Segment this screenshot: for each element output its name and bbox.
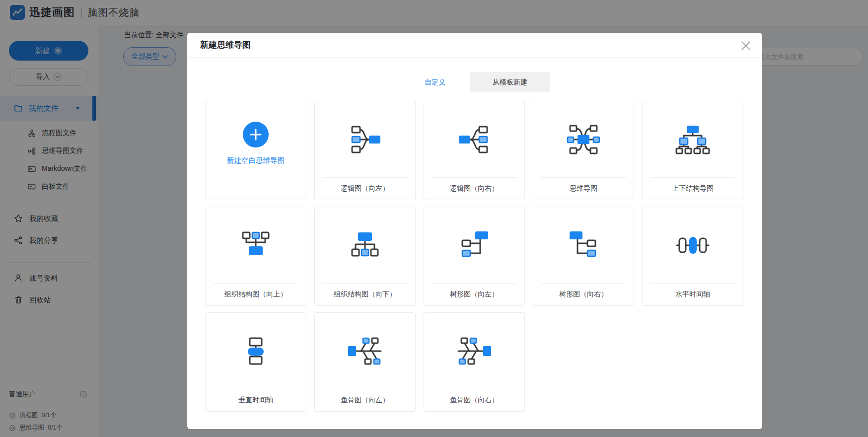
card-label: 组织结构图（向上） <box>206 284 306 305</box>
card-fishbone-left[interactable]: 鱼骨图（向左） <box>314 312 416 412</box>
card-fishbone-right[interactable]: 鱼骨图（向右） <box>424 312 525 412</box>
card-label: 鱼骨图（向左） <box>315 389 415 411</box>
card-label: 鱼骨图（向右） <box>424 389 524 411</box>
tab-label: 从模板新建 <box>493 78 527 87</box>
modal-title: 新建思维导图 <box>200 39 251 51</box>
fishbone-left-icon <box>315 313 415 389</box>
card-label: 垂直时间轴 <box>206 389 306 411</box>
card-logic-left[interactable]: 逻辑图（向左） <box>314 101 416 200</box>
card-tree-left[interactable]: 树形图（向左） <box>424 207 525 306</box>
tree-left-icon <box>424 207 524 284</box>
card-label: 上下结构导图 <box>643 178 743 200</box>
card-org-up[interactable]: 组织结构图（向上） <box>205 207 306 306</box>
tab-custom[interactable]: 自定义 <box>400 72 470 92</box>
logic-right-icon <box>424 101 524 178</box>
card-label: 逻辑图（向右） <box>424 178 524 200</box>
mindmap-icon <box>533 101 634 178</box>
tree-right-icon <box>533 207 634 284</box>
plus-circle-icon <box>243 122 269 147</box>
card-label: 树形图（向右） <box>533 284 634 305</box>
card-blank-mindmap[interactable]: 新建空白思维导图 <box>205 101 306 200</box>
org-up-icon <box>206 207 306 284</box>
card-tree-right[interactable]: 树形图（向右） <box>533 207 634 306</box>
modal-header: 新建思维导图 <box>187 33 762 58</box>
updown-structure-icon <box>643 101 743 178</box>
tab-from-template[interactable]: 从模板新建 <box>470 72 550 92</box>
card-label: 思维导图 <box>533 178 634 200</box>
card-mindmap[interactable]: 思维导图 <box>533 101 634 200</box>
fishbone-right-icon <box>424 313 524 389</box>
logic-left-icon <box>315 101 415 178</box>
close-icon[interactable] <box>741 41 750 50</box>
card-label: 树形图（向左） <box>424 284 524 305</box>
card-label: 新建空白思维导图 <box>227 156 285 165</box>
card-logic-right[interactable]: 逻辑图（向右） <box>424 101 525 200</box>
vertical-timeline-icon <box>206 313 306 389</box>
card-label: 水平时间轴 <box>643 284 743 305</box>
tab-label: 自定义 <box>425 78 445 87</box>
card-vertical-timeline[interactable]: 垂直时间轴 <box>205 312 306 412</box>
modal-tabs: 自定义 从模板新建 <box>400 72 550 92</box>
card-updown-structure[interactable]: 上下结构导图 <box>642 101 743 200</box>
new-mindmap-modal: 新建思维导图 自定义 从模板新建 新建空白思维导图 <box>187 33 762 429</box>
card-label: 组织结构图（向下） <box>315 284 415 305</box>
card-horizontal-timeline[interactable]: 水平时间轴 <box>642 207 743 306</box>
template-grid: 新建空白思维导图 逻辑图（向左） <box>205 101 751 412</box>
horizontal-timeline-icon <box>643 207 743 284</box>
org-down-icon <box>315 207 415 284</box>
card-label: 逻辑图（向左） <box>315 178 415 200</box>
card-org-down[interactable]: 组织结构图（向下） <box>314 207 416 306</box>
